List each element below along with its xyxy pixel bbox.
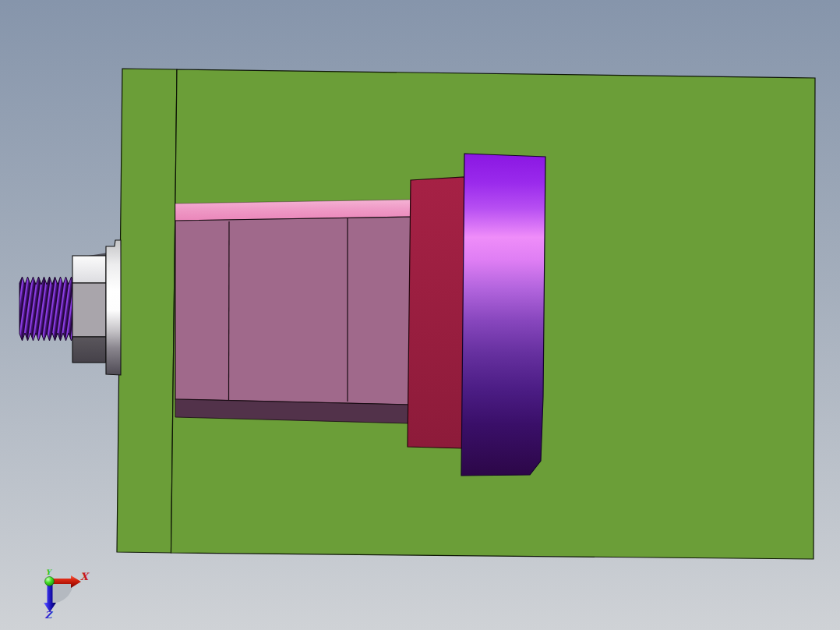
bolt-threads[interactable]: [19, 277, 74, 341]
x-axis-arrow: [52, 579, 71, 584]
bolt-washer-face[interactable]: [106, 240, 121, 375]
flange-plate-face[interactable]: [408, 177, 464, 448]
bolt-head-mid-facet[interactable]: [72, 283, 106, 337]
end-disc-face[interactable]: [461, 154, 545, 476]
bolt-head-bottom-facet[interactable]: [72, 337, 106, 363]
sleeve-seam-edge: [229, 221, 230, 400]
triad-origin-sphere: [45, 577, 55, 586]
z-axis-arrow: [48, 584, 53, 603]
cad-viewport[interactable]: Y X Z: [0, 0, 840, 630]
bolt-head-top-facet[interactable]: [72, 256, 106, 283]
sleeve-body-face[interactable]: [175, 217, 411, 405]
base-block-side-face[interactable]: [117, 69, 177, 553]
model-canvas[interactable]: Y X Z: [0, 0, 840, 630]
